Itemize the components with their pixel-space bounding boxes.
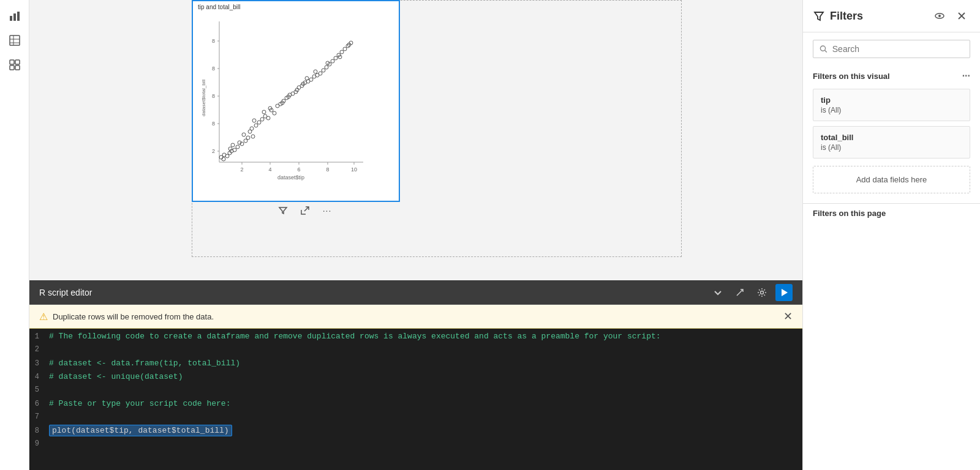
code-line-8[interactable]: 8 plot(dataset$tip, dataset$total_bill) [29,425,802,439]
filter-section-visual-title: Filters on this visual ··· [803,65,980,86]
settings-btn[interactable] [753,284,771,301]
dashboard-icon[interactable] [5,55,24,75]
line-content-4: # dataset <- unique(dataset) [49,372,802,381]
expand-icon-btn[interactable] [296,202,314,219]
add-data-fields-btn[interactable]: Add data fields here [813,166,970,193]
filter-icon-btn[interactable] [274,202,292,219]
svg-point-37 [236,145,239,149]
svg-point-56 [262,110,266,114]
search-icon [820,45,827,53]
canvas-area: tip and total_bill 8 8 8 8 2 2 [29,0,802,280]
r-editor-header: R script editor [29,280,802,305]
visual-toolbar: ··· [274,202,336,219]
code-line-2: 2 [29,345,802,358]
svg-point-101 [820,46,825,51]
filter-card-total-bill[interactable]: total_bill is (All) [813,126,970,159]
code-line-3: 3 # dataset <- data.frame(tip, total_bil… [29,358,802,371]
filters-panel: Filters Filters on this visual [802,0,980,470]
svg-text:dataset$tip: dataset$tip [277,174,304,181]
warning-bar-left: ⚠ Duplicate rows will be removed from th… [39,311,214,323]
visual-container[interactable]: tip and total_bill 8 8 8 8 2 2 [192,0,400,202]
more-options-btn[interactable]: ··· [318,202,336,219]
svg-point-45 [254,124,258,127]
filter-card-total-bill-name: total_bill [821,133,962,142]
svg-point-47 [260,118,264,121]
r-editor-title: R script editor [39,288,92,297]
search-input[interactable] [832,44,963,54]
svg-marker-98 [782,289,788,296]
line-num-5: 5 [29,386,49,394]
svg-point-94 [222,157,225,161]
main-area: tip and total_bill 8 8 8 8 2 2 [29,0,802,470]
filter-visual-more-btn[interactable]: ··· [962,70,970,81]
bar-chart-icon[interactable] [5,6,24,26]
r-editor-panel: R script editor [29,280,802,470]
warning-close-btn[interactable]: ✕ [783,310,793,323]
code-line-9: 9 [29,439,802,452]
svg-point-78 [325,65,328,69]
add-data-fields-label: Add data fields here [856,175,927,184]
filters-close-btn[interactable] [953,7,970,24]
line-num-8: 8 [29,427,49,435]
line-num-7: 7 [29,412,49,421]
svg-rect-8 [15,60,20,64]
svg-text:8: 8 [212,93,215,99]
code-line-6: 6 # Paste or type your script code here: [29,398,802,412]
svg-point-84 [340,50,344,54]
filter-card-tip[interactable]: tip is (All) [813,89,970,121]
filter-search-box[interactable] [813,40,970,58]
line-content-1: # The following code to create a datafra… [49,332,802,341]
svg-text:6: 6 [297,166,300,173]
filters-header-left: Filters [813,10,863,23]
svg-point-81 [334,56,337,60]
run-btn[interactable] [775,284,793,301]
svg-text:2: 2 [240,166,243,173]
svg-rect-1 [13,13,16,21]
line-content-3: # dataset <- data.frame(tip, total_bill) [49,359,802,368]
svg-text:2: 2 [212,148,215,154]
svg-rect-2 [17,12,20,21]
filter-card-tip-value: is (All) [821,106,962,114]
svg-point-77 [314,70,317,73]
svg-text:10: 10 [351,166,357,173]
warning-icon: ⚠ [39,311,48,323]
svg-point-93 [231,143,235,147]
warning-text: Duplicate rows will be removed from the … [53,312,214,321]
code-area[interactable]: 1 # The following code to create a dataf… [29,329,802,470]
scatter-plot: 8 8 8 8 2 2 4 6 8 10 [198,15,375,181]
r-editor-actions [709,284,793,301]
svg-point-46 [257,121,261,124]
code-line-1: 1 # The following code to create a dataf… [29,331,802,345]
svg-point-76 [322,69,325,72]
svg-text:4: 4 [268,166,271,173]
code-line-4: 4 # dataset <- unique(dataset) [29,371,802,385]
line-num-9: 9 [29,439,49,448]
svg-rect-0 [10,16,12,21]
filters-header: Filters [803,0,980,32]
filters-title: Filters [830,10,863,23]
filters-eye-btn[interactable] [931,7,948,24]
svg-rect-3 [10,35,20,45]
svg-rect-10 [15,65,20,70]
svg-point-40 [251,135,255,138]
filter-card-total-bill-value: is (All) [821,143,962,152]
svg-text:8: 8 [212,38,215,44]
filter-visual-label: Filters on this visual [813,72,890,81]
svg-point-41 [242,133,246,136]
filters-icon [813,10,825,22]
line-num-2: 2 [29,345,49,354]
svg-point-100 [938,15,941,17]
line-num-3: 3 [29,359,49,368]
code-highlighted-block: plot(dataset$tip, dataset$total_bill) [49,425,232,436]
visual-title: tip and total_bill [193,1,399,13]
line-content-6: # Paste or type your script code here: [49,399,802,408]
svg-text:8: 8 [212,65,215,72]
svg-point-85 [343,47,347,51]
expand-editor-btn[interactable] [731,284,748,301]
svg-line-102 [825,50,827,52]
table-icon[interactable] [5,31,24,50]
collapse-btn[interactable] [709,284,726,301]
svg-point-75 [318,72,322,75]
svg-rect-7 [10,60,14,64]
svg-point-53 [273,111,276,115]
